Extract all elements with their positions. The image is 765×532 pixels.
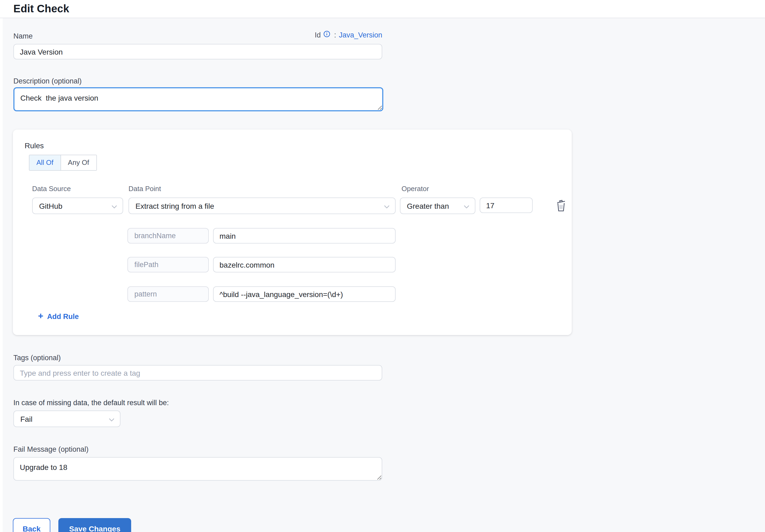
delete-rule-button[interactable] xyxy=(555,199,567,213)
description-label: Description (optional) xyxy=(13,77,82,85)
add-rule-button[interactable]: + Add Rule xyxy=(38,312,79,320)
page-title: Edit Check xyxy=(13,3,69,15)
data-point-value: Extract string from a file xyxy=(135,202,214,210)
page: Edit Check Name Id : Java_Version Descri… xyxy=(0,0,765,532)
check-id-row: Id : Java_Version xyxy=(13,31,382,39)
plus-icon: + xyxy=(38,312,43,320)
left-gutter xyxy=(0,18,3,532)
param-key-field: branchName xyxy=(127,228,209,244)
chevron-down-icon xyxy=(384,202,390,210)
data-point-select[interactable]: Extract string from a file xyxy=(129,198,395,214)
rule-match-toggle: All Of Any Of xyxy=(29,155,97,171)
fail-message-textarea[interactable]: Upgrade to 18 xyxy=(13,457,382,481)
data-source-label: Data Source xyxy=(32,185,71,193)
check-id-link[interactable]: Java_Version xyxy=(339,31,382,39)
default-result-value: Fail xyxy=(20,414,32,423)
data-point-label: Data Point xyxy=(129,185,161,193)
add-rule-label: Add Rule xyxy=(47,312,79,320)
operator-select[interactable]: Greater than xyxy=(400,198,475,214)
missing-data-label: In case of missing data, the default res… xyxy=(13,399,169,407)
fail-message-label: Fail Message (optional) xyxy=(13,445,89,453)
param-key-field: filePath xyxy=(127,257,209,272)
threshold-input[interactable] xyxy=(480,198,533,213)
name-input[interactable] xyxy=(13,44,382,59)
operator-label: Operator xyxy=(401,185,429,193)
param-value-input[interactable] xyxy=(213,286,395,302)
param-value-input[interactable] xyxy=(213,228,395,244)
id-separator: : xyxy=(334,31,336,39)
chevron-down-icon xyxy=(463,202,469,210)
param-value-input[interactable] xyxy=(213,257,395,272)
description-textarea[interactable]: Check the java version xyxy=(13,87,383,111)
page-header: Edit Check xyxy=(0,0,765,18)
any-of-button[interactable]: Any Of xyxy=(61,155,96,170)
rules-card: Rules All Of Any Of Data Source Data Poi… xyxy=(13,130,572,335)
param-key-field: pattern xyxy=(127,286,209,302)
tags-label: Tags (optional) xyxy=(13,354,61,362)
chevron-down-icon xyxy=(109,414,115,423)
default-result-select[interactable]: Fail xyxy=(13,410,121,427)
data-source-select[interactable]: GitHub xyxy=(32,198,123,214)
operator-value: Greater than xyxy=(407,202,449,210)
save-changes-button[interactable]: Save Changes xyxy=(58,518,131,532)
chevron-down-icon xyxy=(111,202,117,210)
info-icon[interactable] xyxy=(323,30,330,39)
data-source-value: GitHub xyxy=(39,202,62,210)
rules-heading: Rules xyxy=(25,141,44,150)
id-label: Id xyxy=(315,31,321,39)
back-button[interactable]: Back xyxy=(13,518,50,532)
trash-icon xyxy=(556,205,566,213)
tags-input[interactable] xyxy=(13,365,382,380)
all-of-button[interactable]: All Of xyxy=(29,155,61,170)
